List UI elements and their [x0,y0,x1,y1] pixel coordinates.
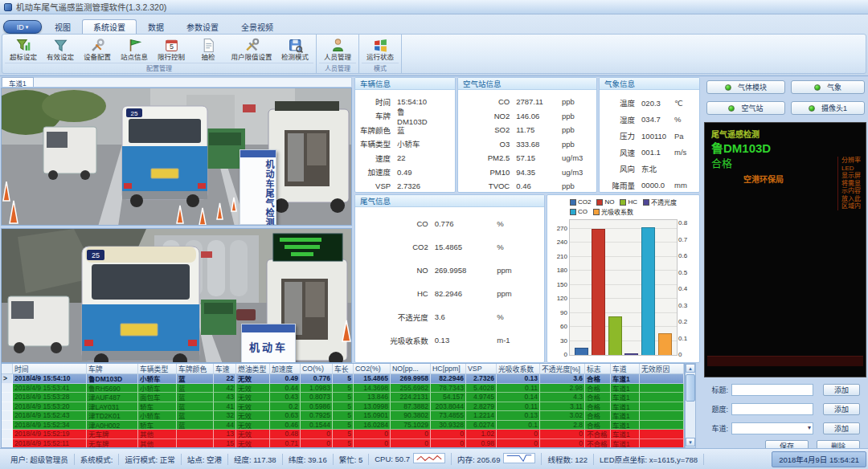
brightness-input[interactable] [731,403,813,415]
ribbon-button[interactable]: 检测模式 [276,35,313,63]
info-unit: % [674,115,699,124]
column-header[interactable]: 不透光度[%] [540,364,585,374]
led-note-line: 放入此 [841,195,861,203]
column-header[interactable]: VSP [466,364,497,374]
lane-select[interactable] [731,422,813,434]
ribbon-tab[interactable]: 系统设置 [82,19,137,34]
ribbon-button[interactable]: 用户限值设置 [227,35,276,63]
ribbon-button[interactable]: 站点信息 [116,35,153,63]
ribbon-button-label: 设备配置 [84,54,111,61]
add-lane-button[interactable]: 添加 [823,422,860,434]
row-indicator [2,430,13,439]
table-scrollbar[interactable]: ▲ ▼ [685,363,696,448]
column-header[interactable]: 标志 [585,364,611,374]
row-indicator [2,421,13,430]
table-row[interactable]: 2018/4/9 15:52:19无车牌其他13无效0.48050001.020… [2,430,684,439]
scroll-up-arrow[interactable]: ▲ [686,364,695,373]
table-cell: 255.6982 [391,384,431,394]
table-cell: 无效 [236,374,270,384]
legend-swatch-icon [593,209,600,215]
table-cell [640,384,684,394]
weather-info-panel: 气象信息 温度020.3℃湿度034.7%压力100110Pa风速001.1m/… [599,77,700,193]
ribbon-button[interactable]: 有效设定 [42,35,79,63]
column-header[interactable]: NO[pp... [391,364,431,374]
camera1-status-button[interactable]: 摄像头1 [791,101,865,115]
add-brightness-button[interactable]: 添加 [823,403,860,415]
ribbon-tab[interactable]: 视图 [43,19,82,34]
table-cell: 4.9745 [466,393,497,402]
ribbon-tab[interactable]: 数据 [137,19,175,34]
info-label: 车辆类型 [355,138,397,149]
table-row[interactable]: 2018/4/9 15:53:28津AUF487面包车蓝43无效0.430.80… [2,393,684,402]
table-row[interactable]: 2018/4/9 15:52:43津TD2K01小轿车蓝32无效0.630.79… [2,411,684,421]
weather-status-button[interactable]: 气象 [791,80,865,94]
column-header[interactable]: 加速度 [270,364,301,374]
table-cell: 2018/4/9 15:54:10 [13,374,87,384]
column-header[interactable]: 无效原因 [640,364,684,374]
app-menu-button[interactable]: ID [3,20,42,34]
led-line-agency: 空港环保局 [743,173,784,185]
ribbon-button[interactable]: 运行状态 [362,35,399,63]
table-row[interactable]: >2018/4/9 15:54:10鲁DM103D小轿车蓝22无效0.490.7… [2,374,684,384]
ribbon-tab[interactable]: 全景视频 [230,19,285,34]
info-row: CO0.776% [355,212,544,235]
column-header[interactable]: 车道 [611,364,640,374]
table-cell [640,411,684,421]
info-row: 车牌颜色蓝 [355,123,455,137]
table-cell [640,421,684,430]
ribbon-button[interactable]: 超标设定 [5,35,42,63]
info-label: CO2 [355,243,435,251]
column-header[interactable]: CO(%) [301,364,333,374]
scroll-thumb[interactable] [686,374,695,402]
scroll-down-arrow[interactable]: ▼ [686,438,695,447]
table-cell: 2.8279 [466,402,497,412]
info-label: 风速 [600,147,641,158]
status-item-text: CPU: 50.7 [375,455,410,463]
table-cell: 0 [540,430,585,439]
info-row: 温度020.3℃ [600,95,699,112]
led-line-title: 尾气遥感检测 [711,128,760,140]
gas-module-status-button[interactable]: 气体模块 [706,80,785,94]
table-row[interactable]: 2018/4/9 15:53:41鲁RH5690小轿车蓝42无效0.441.09… [2,384,684,394]
table-cell: 5 [333,402,354,412]
column-header[interactable]: 车牌 [87,364,138,374]
table-cell: 5 [333,384,354,394]
info-unit: ppm [497,266,544,275]
table-row[interactable]: 2018/4/9 15:52:11无车牌其他15无效0.71050000.980… [2,439,684,449]
column-header[interactable]: 燃油类型 [236,364,270,374]
title-input[interactable] [731,384,813,396]
add-title-button[interactable]: 添加 [823,384,860,396]
status-item-text: 系统模式: [80,454,113,465]
table-row[interactable]: 2018/4/9 15:53:20津LAY031轿车蓝41无效0.20.5986… [2,402,684,412]
tab-lane1[interactable]: 车道1 [2,77,34,87]
column-header[interactable]: 车速 [214,364,236,374]
ribbon-button[interactable]: 设备配置 [79,35,116,63]
table-cell: 0 [497,439,540,449]
table-cell: 蓝 [177,402,214,412]
column-header[interactable]: 车辆类型 [138,364,177,374]
ribbon-button[interactable]: 5限行控制 [153,35,190,63]
column-header[interactable]: 车牌颜色 [177,364,214,374]
table-cell: 5 [333,439,354,449]
right-axis-tick: 0.1 [678,335,698,342]
info-value: 0.46 [516,181,562,190]
ribbon-tab[interactable]: 参数设置 [175,19,230,34]
column-header[interactable]: 车长 [333,364,354,374]
status-item-text: 线程数: 122 [547,454,588,465]
column-header[interactable]: CO2(%) [354,364,391,374]
table-cell: 合格 [585,374,611,384]
table-cell: 2018/4/9 15:53:28 [13,393,87,402]
column-header[interactable]: HC[ppm] [431,364,466,374]
table-row[interactable]: 2018/4/9 15:52:34津A0H002轿车蓝44无效0.460.154… [2,421,684,430]
table-cell: 合格 [585,421,611,430]
table-cell: 0.43 [270,393,301,402]
info-value: 034.7 [641,115,674,124]
column-header[interactable]: 光吸收系数 [497,364,540,374]
ribbon-button[interactable]: 人员管理 [319,35,356,63]
column-header[interactable]: 时间 [13,364,87,374]
ribbon-button[interactable]: 抽检 [190,35,227,63]
air-station-title: 空气站信息 [458,78,596,90]
table-cell: 0.98 [466,439,497,449]
air-station-status-button[interactable]: 空气站 [706,101,785,115]
status-item: 繁忙: 5 [334,454,370,465]
